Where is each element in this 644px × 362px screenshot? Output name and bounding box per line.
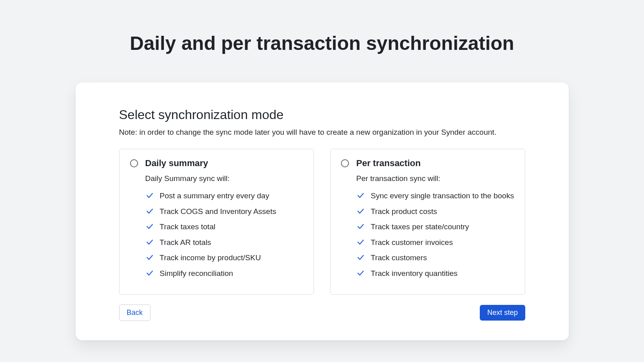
option-per-tx-title: Per transaction xyxy=(356,158,421,169)
check-icon xyxy=(356,222,365,231)
feature-label: Track taxes per state/country xyxy=(371,221,469,233)
feature-item: Track COGS and Inventory Assets xyxy=(145,206,303,218)
feature-item: Track customers xyxy=(356,252,514,264)
sync-mode-card: Select synchronization mode Note: in ord… xyxy=(76,82,569,340)
check-icon xyxy=(145,207,154,216)
radio-icon xyxy=(341,159,349,167)
feature-item: Track inventory quantities xyxy=(356,268,514,280)
option-daily-title: Daily summary xyxy=(145,158,208,169)
feature-item: Track taxes total xyxy=(145,221,303,233)
feature-label: Track income by product/SKU xyxy=(160,252,261,264)
check-icon xyxy=(356,238,365,247)
check-icon xyxy=(356,191,365,200)
radio-icon xyxy=(130,159,138,167)
feature-item: Track product costs xyxy=(356,206,514,218)
option-per-tx-subtitle: Per transaction sync will: xyxy=(356,174,514,183)
feature-label: Track customer invoices xyxy=(371,237,453,249)
check-icon xyxy=(356,269,365,278)
feature-label: Post a summary entry every day xyxy=(160,190,269,202)
check-icon xyxy=(356,253,365,262)
option-per-transaction[interactable]: Per transaction Per transaction sync wil… xyxy=(330,149,525,295)
feature-label: Track product costs xyxy=(371,206,437,218)
check-icon xyxy=(356,207,365,216)
feature-item: Post a summary entry every day xyxy=(145,190,303,202)
check-icon xyxy=(145,253,154,262)
wizard-actions: Back Next step xyxy=(119,304,525,321)
check-icon xyxy=(145,191,154,200)
section-title: Select synchronization mode xyxy=(119,107,525,122)
section-note: Note: in order to change the sync mode l… xyxy=(119,128,525,137)
check-icon xyxy=(145,238,154,247)
feature-label: Track COGS and Inventory Assets xyxy=(160,206,277,218)
feature-label: Track taxes total xyxy=(160,221,216,233)
check-icon xyxy=(145,269,154,278)
feature-item: Track taxes per state/country xyxy=(356,221,514,233)
feature-label: Simplify reconciliation xyxy=(160,268,233,280)
option-daily-subtitle: Daily Summary sync will: xyxy=(145,174,303,183)
sync-options: Daily summary Daily Summary sync will: P… xyxy=(119,149,525,295)
next-step-button[interactable]: Next step xyxy=(480,305,525,321)
feature-label: Track customers xyxy=(371,252,427,264)
feature-item: Sync every single transaction to the boo… xyxy=(356,190,514,202)
back-button[interactable]: Back xyxy=(119,304,151,321)
feature-item: Track customer invoices xyxy=(356,237,514,249)
check-icon xyxy=(145,222,154,231)
feature-label: Track inventory quantities xyxy=(371,268,458,280)
page-title: Daily and per transaction synchronizatio… xyxy=(0,32,644,54)
feature-item: Simplify reconciliation xyxy=(145,268,303,280)
feature-label: Track AR totals xyxy=(160,237,211,249)
feature-label: Sync every single transaction to the boo… xyxy=(371,190,514,202)
feature-item: Track income by product/SKU xyxy=(145,252,303,264)
option-daily-summary[interactable]: Daily summary Daily Summary sync will: P… xyxy=(119,149,314,295)
option-per-tx-features: Sync every single transaction to the boo… xyxy=(356,190,514,279)
option-daily-features: Post a summary entry every dayTrack COGS… xyxy=(145,190,303,279)
feature-item: Track AR totals xyxy=(145,237,303,249)
